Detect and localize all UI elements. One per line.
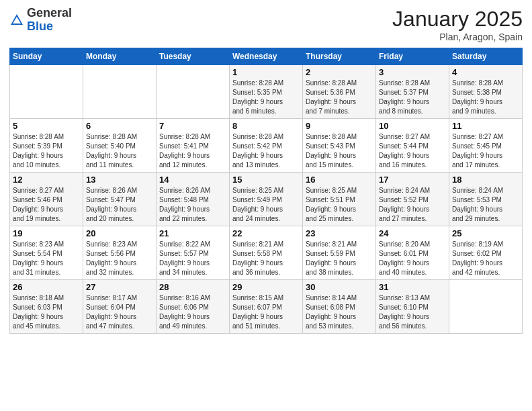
day-number: 26 [13, 282, 80, 292]
day-cell: 24Sunrise: 8:20 AM Sunset: 6:01 PM Dayli… [376, 226, 449, 280]
day-cell: 20Sunrise: 8:23 AM Sunset: 5:56 PM Dayli… [83, 226, 157, 280]
week-row-3: 12Sunrise: 8:27 AM Sunset: 5:46 PM Dayli… [10, 173, 523, 226]
day-number: 3 [379, 67, 446, 77]
day-info: Sunrise: 8:23 AM Sunset: 5:54 PM Dayligh… [13, 240, 80, 277]
calendar-table: SundayMondayTuesdayWednesdayThursdayFrid… [9, 48, 523, 334]
week-row-4: 19Sunrise: 8:23 AM Sunset: 5:54 PM Dayli… [10, 226, 523, 280]
logo-blue-text: Blue [27, 19, 53, 33]
day-cell: 29Sunrise: 8:15 AM Sunset: 6:07 PM Dayli… [230, 280, 303, 334]
day-cell: 23Sunrise: 8:21 AM Sunset: 5:59 PM Dayli… [303, 226, 376, 280]
day-info: Sunrise: 8:24 AM Sunset: 5:53 PM Dayligh… [452, 186, 519, 224]
day-number: 11 [452, 121, 519, 131]
day-cell: 15Sunrise: 8:25 AM Sunset: 5:49 PM Dayli… [230, 173, 303, 226]
day-info: Sunrise: 8:26 AM Sunset: 5:47 PM Dayligh… [86, 186, 153, 224]
day-info: Sunrise: 8:24 AM Sunset: 5:52 PM Dayligh… [379, 186, 446, 224]
day-cell [10, 65, 83, 119]
day-cell: 11Sunrise: 8:27 AM Sunset: 5:45 PM Dayli… [449, 119, 523, 173]
day-cell: 31Sunrise: 8:13 AM Sunset: 6:10 PM Dayli… [376, 280, 449, 334]
day-info: Sunrise: 8:28 AM Sunset: 5:42 PM Dayligh… [232, 132, 300, 170]
day-info: Sunrise: 8:28 AM Sunset: 5:36 PM Dayligh… [306, 79, 373, 116]
day-info: Sunrise: 8:13 AM Sunset: 6:10 PM Dayligh… [379, 293, 446, 331]
day-info: Sunrise: 8:22 AM Sunset: 5:57 PM Dayligh… [159, 240, 226, 277]
day-number: 13 [86, 175, 153, 185]
day-number: 23 [306, 228, 373, 238]
day-info: Sunrise: 8:23 AM Sunset: 5:56 PM Dayligh… [86, 240, 153, 277]
day-cell: 30Sunrise: 8:14 AM Sunset: 6:08 PM Dayli… [303, 280, 376, 334]
week-row-1: 1Sunrise: 8:28 AM Sunset: 5:35 PM Daylig… [10, 65, 523, 119]
header: General Blue January 2025 Plan, Aragon, … [9, 7, 523, 42]
day-number: 15 [232, 175, 300, 185]
logo-general-text: General [27, 6, 72, 19]
day-info: Sunrise: 8:28 AM Sunset: 5:40 PM Dayligh… [86, 132, 153, 170]
day-info: Sunrise: 8:20 AM Sunset: 6:01 PM Dayligh… [379, 240, 446, 277]
day-number: 7 [159, 121, 226, 131]
day-info: Sunrise: 8:19 AM Sunset: 6:02 PM Dayligh… [452, 240, 519, 277]
day-number: 5 [13, 121, 80, 131]
day-number: 20 [86, 228, 153, 238]
day-info: Sunrise: 8:25 AM Sunset: 5:49 PM Dayligh… [232, 186, 300, 224]
day-number: 21 [159, 228, 226, 238]
day-number: 16 [306, 175, 373, 185]
day-cell: 1Sunrise: 8:28 AM Sunset: 5:35 PM Daylig… [230, 65, 303, 119]
day-info: Sunrise: 8:26 AM Sunset: 5:48 PM Dayligh… [159, 186, 226, 224]
day-number: 6 [86, 121, 153, 131]
day-number: 1 [232, 67, 300, 77]
logo-icon [9, 13, 24, 28]
day-cell: 13Sunrise: 8:26 AM Sunset: 5:47 PM Dayli… [83, 173, 157, 226]
calendar-subtitle: Plan, Aragon, Spain [392, 32, 523, 42]
day-info: Sunrise: 8:28 AM Sunset: 5:35 PM Dayligh… [232, 79, 300, 116]
day-info: Sunrise: 8:28 AM Sunset: 5:41 PM Dayligh… [159, 132, 226, 170]
day-info: Sunrise: 8:17 AM Sunset: 6:04 PM Dayligh… [86, 293, 153, 331]
day-info: Sunrise: 8:28 AM Sunset: 5:39 PM Dayligh… [13, 132, 80, 170]
day-cell [157, 65, 230, 119]
day-info: Sunrise: 8:25 AM Sunset: 5:51 PM Dayligh… [306, 186, 373, 224]
day-number: 24 [379, 228, 446, 238]
day-info: Sunrise: 8:27 AM Sunset: 5:46 PM Dayligh… [13, 186, 80, 224]
day-number: 4 [452, 67, 519, 77]
week-row-2: 5Sunrise: 8:28 AM Sunset: 5:39 PM Daylig… [10, 119, 523, 173]
day-number: 19 [13, 228, 80, 238]
day-cell: 21Sunrise: 8:22 AM Sunset: 5:57 PM Dayli… [157, 226, 230, 280]
day-cell: 3Sunrise: 8:28 AM Sunset: 5:37 PM Daylig… [376, 65, 449, 119]
day-cell: 14Sunrise: 8:26 AM Sunset: 5:48 PM Dayli… [157, 173, 230, 226]
day-cell: 4Sunrise: 8:28 AM Sunset: 5:38 PM Daylig… [449, 65, 523, 119]
header-row: SundayMondayTuesdayWednesdayThursdayFrid… [10, 48, 523, 65]
day-number: 10 [379, 121, 446, 131]
day-cell: 6Sunrise: 8:28 AM Sunset: 5:40 PM Daylig… [83, 119, 157, 173]
day-number: 8 [232, 121, 300, 131]
day-cell [83, 65, 157, 119]
page: General Blue January 2025 Plan, Aragon, … [0, 0, 532, 411]
day-info: Sunrise: 8:18 AM Sunset: 6:03 PM Dayligh… [13, 293, 80, 331]
day-cell: 7Sunrise: 8:28 AM Sunset: 5:41 PM Daylig… [157, 119, 230, 173]
day-cell: 26Sunrise: 8:18 AM Sunset: 6:03 PM Dayli… [10, 280, 83, 334]
col-header-wednesday: Wednesday [230, 48, 303, 65]
week-row-5: 26Sunrise: 8:18 AM Sunset: 6:03 PM Dayli… [10, 280, 523, 334]
day-cell: 19Sunrise: 8:23 AM Sunset: 5:54 PM Dayli… [10, 226, 83, 280]
day-cell: 17Sunrise: 8:24 AM Sunset: 5:52 PM Dayli… [376, 173, 449, 226]
day-number: 27 [86, 282, 153, 292]
day-number: 18 [452, 175, 519, 185]
day-info: Sunrise: 8:15 AM Sunset: 6:07 PM Dayligh… [232, 293, 300, 331]
day-info: Sunrise: 8:21 AM Sunset: 5:59 PM Dayligh… [306, 240, 373, 277]
day-cell: 12Sunrise: 8:27 AM Sunset: 5:46 PM Dayli… [10, 173, 83, 226]
day-number: 12 [13, 175, 80, 185]
day-cell: 9Sunrise: 8:28 AM Sunset: 5:43 PM Daylig… [303, 119, 376, 173]
day-info: Sunrise: 8:28 AM Sunset: 5:38 PM Dayligh… [452, 79, 519, 116]
day-cell: 27Sunrise: 8:17 AM Sunset: 6:04 PM Dayli… [83, 280, 157, 334]
day-info: Sunrise: 8:27 AM Sunset: 5:44 PM Dayligh… [379, 132, 446, 170]
col-header-tuesday: Tuesday [157, 48, 230, 65]
day-cell: 25Sunrise: 8:19 AM Sunset: 6:02 PM Dayli… [449, 226, 523, 280]
col-header-monday: Monday [83, 48, 157, 65]
day-cell: 8Sunrise: 8:28 AM Sunset: 5:42 PM Daylig… [230, 119, 303, 173]
day-number: 31 [379, 282, 446, 292]
day-number: 2 [306, 67, 373, 77]
day-info: Sunrise: 8:16 AM Sunset: 6:06 PM Dayligh… [159, 293, 226, 331]
day-cell: 22Sunrise: 8:21 AM Sunset: 5:58 PM Dayli… [230, 226, 303, 280]
day-info: Sunrise: 8:28 AM Sunset: 5:43 PM Dayligh… [306, 132, 373, 170]
day-cell: 10Sunrise: 8:27 AM Sunset: 5:44 PM Dayli… [376, 119, 449, 173]
day-cell: 5Sunrise: 8:28 AM Sunset: 5:39 PM Daylig… [10, 119, 83, 173]
title-block: January 2025 Plan, Aragon, Spain [392, 7, 523, 42]
day-cell: 16Sunrise: 8:25 AM Sunset: 5:51 PM Dayli… [303, 173, 376, 226]
day-cell [449, 280, 523, 334]
day-info: Sunrise: 8:28 AM Sunset: 5:37 PM Dayligh… [379, 79, 446, 116]
